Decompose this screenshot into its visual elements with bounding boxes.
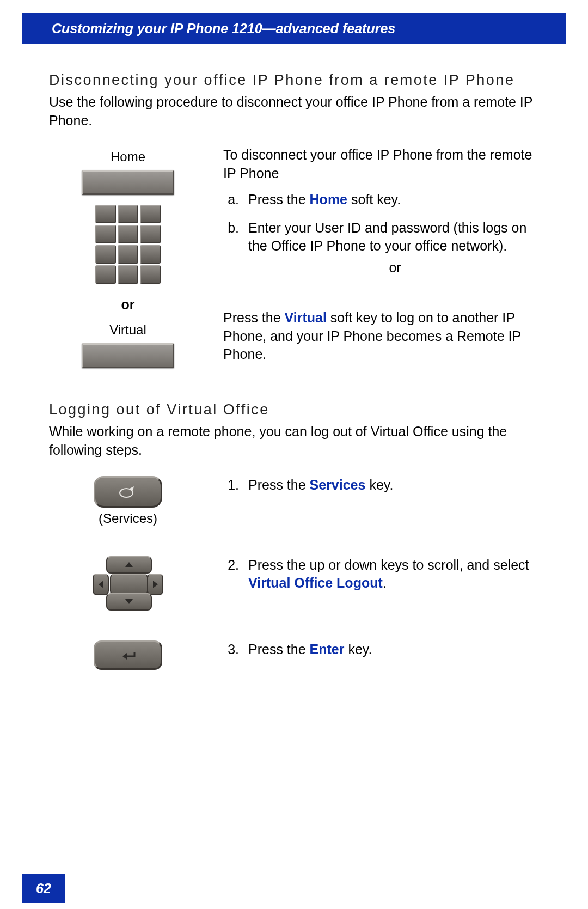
- home-soft-key-icon: [82, 170, 174, 195]
- logout-keyword: Virtual Office Logout: [248, 575, 383, 590]
- step2-row: Press the up or down keys to scroll, and…: [49, 556, 542, 611]
- step1-left: (Services): [49, 476, 207, 526]
- header-bar: Customizing your IP Phone 1210—advanced …: [22, 13, 566, 44]
- section2-intro: While working on a remote phone, you can…: [49, 423, 542, 460]
- step2-left: [49, 556, 207, 611]
- section2-title: Logging out of Virtual Office: [49, 401, 542, 419]
- services-keyword: Services: [310, 477, 366, 492]
- enter-key-icon: [94, 640, 162, 670]
- step-a: Press the Home soft key.: [243, 191, 542, 209]
- or-label-right: or: [248, 259, 542, 277]
- section2: Logging out of Virtual Office While work…: [49, 401, 542, 669]
- section1-intro: Use the following procedure to disconnec…: [49, 93, 542, 130]
- home-keyword: Home: [310, 192, 347, 207]
- step3-row: Press the Enter key.: [49, 640, 542, 670]
- section1-left: Home or Virtual: [49, 146, 207, 368]
- keypad-icon: [92, 202, 164, 287]
- step1-right: Press the Services key.: [223, 476, 542, 495]
- or-label-left: or: [49, 297, 207, 313]
- step2-right: Press the up or down keys to scroll, and…: [223, 556, 542, 593]
- svg-point-0: [120, 489, 133, 497]
- page: Customizing your IP Phone 1210—advanced …: [0, 13, 588, 909]
- section1-right: To disconnect your office IP Phone from …: [223, 146, 542, 368]
- step-b: Enter your User ID and password (this lo…: [243, 219, 542, 277]
- services-label: (Services): [49, 511, 207, 526]
- virtual-instruction: Press the Virtual soft key to log on to …: [223, 309, 542, 364]
- virtual-label: Virtual: [49, 322, 207, 338]
- step3-right: Press the Enter key.: [223, 640, 542, 659]
- services-key-icon: [94, 476, 162, 508]
- section1-steps: Press the Home soft key. Enter your User…: [223, 191, 542, 277]
- content: Disconnecting your office IP Phone from …: [0, 44, 588, 670]
- section1-columns: Home or Virtual To disconnect your offic…: [49, 146, 542, 368]
- section1-lead: To disconnect your office IP Phone from …: [223, 146, 542, 183]
- step3-left: [49, 640, 207, 670]
- virtual-keyword: Virtual: [285, 310, 327, 325]
- page-number: 62: [22, 874, 65, 903]
- section1-title: Disconnecting your office IP Phone from …: [49, 71, 542, 90]
- home-label: Home: [49, 149, 207, 164]
- virtual-soft-key-icon: [82, 343, 174, 368]
- nav-cluster-icon: [93, 556, 163, 611]
- enter-keyword: Enter: [310, 642, 345, 657]
- header-title: Customizing your IP Phone 1210—advanced …: [22, 21, 566, 36]
- step1-row: (Services) Press the Services key.: [49, 476, 542, 526]
